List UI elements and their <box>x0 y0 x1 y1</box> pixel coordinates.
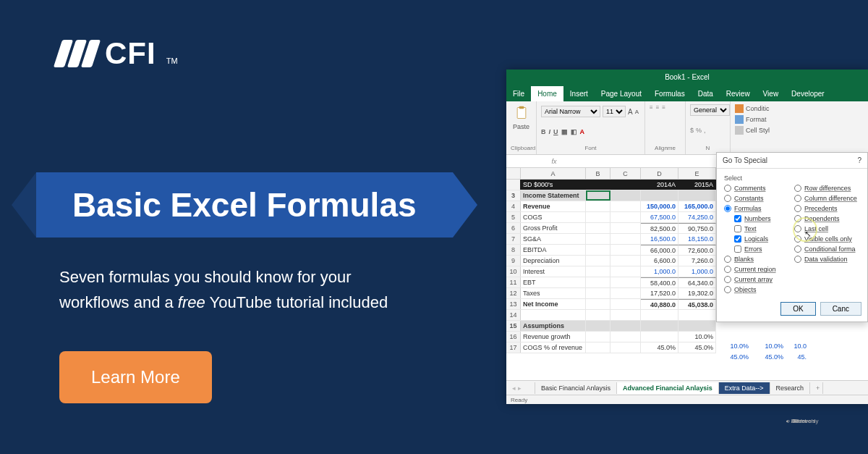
table-row[interactable]: 12Taxes17,520.019,302.0 <box>506 288 716 299</box>
new-sheet-button[interactable]: + <box>810 382 823 394</box>
format-table-button[interactable]: Format <box>735 115 770 124</box>
tab-home[interactable]: Home <box>531 86 563 101</box>
cell[interactable]: Net Income <box>521 299 586 309</box>
cell[interactable]: 74,250.0 <box>678 212 716 222</box>
cell[interactable] <box>610 277 641 287</box>
cell[interactable] <box>610 201 641 211</box>
sheet-tab-research[interactable]: Research <box>770 382 811 394</box>
cell[interactable] <box>586 299 610 309</box>
table-row[interactable]: 9Depreciation6,600.07,260.0 <box>506 256 716 266</box>
tab-insert[interactable]: Insert <box>563 86 595 101</box>
row-header[interactable]: 6 <box>506 223 521 233</box>
cell[interactable]: 45,038.0 <box>678 299 716 309</box>
spreadsheet-grid[interactable]: SD $000's2014A2015A3Income Statement4Rev… <box>506 180 716 353</box>
cell[interactable]: 19,302.0 <box>678 288 716 298</box>
decrease-font-icon[interactable]: A <box>635 109 639 115</box>
tab-developer[interactable]: Developer <box>785 86 831 101</box>
cell[interactable]: 64,340.0 <box>678 277 716 287</box>
cell[interactable]: 58,400.0 <box>641 277 678 287</box>
row-header[interactable]: 17 <box>506 342 521 353</box>
help-icon[interactable]: ? <box>857 156 861 164</box>
cell[interactable] <box>610 234 641 244</box>
sheet-tab-extra[interactable]: Extra Data--> <box>719 382 770 394</box>
table-row[interactable]: SD $000's2014A2015A <box>506 180 716 190</box>
cell[interactable]: Assumptions <box>521 321 586 331</box>
cell[interactable] <box>641 190 678 201</box>
cell[interactable] <box>678 190 716 201</box>
opt-objects[interactable]: Objects <box>724 286 790 293</box>
cell[interactable]: Revenue <box>521 201 586 211</box>
col-d[interactable]: D <box>641 168 678 179</box>
table-row[interactable]: 10Interest1,000.01,000.0 <box>506 266 716 277</box>
cell-g17[interactable]: 45.0% <box>751 353 786 361</box>
cell[interactable] <box>610 342 641 353</box>
cell[interactable] <box>610 190 641 201</box>
cell[interactable]: Depreciation <box>521 256 586 266</box>
cell[interactable] <box>610 212 641 222</box>
cell[interactable] <box>610 310 641 320</box>
cell[interactable] <box>586 180 610 190</box>
cell[interactable] <box>586 288 610 298</box>
border-button[interactable]: ▦ <box>561 128 568 135</box>
cell[interactable] <box>610 288 641 298</box>
tab-page-layout[interactable]: Page Layout <box>595 86 648 101</box>
cell[interactable] <box>586 321 610 331</box>
opt-col-diff[interactable]: Column difference <box>794 195 860 202</box>
row-header[interactable]: 14 <box>506 310 521 320</box>
cell[interactable]: 16,500.0 <box>641 234 678 244</box>
sheet-tab-basic[interactable]: Basic Financial Anlaysis <box>535 382 617 394</box>
row-header[interactable]: 8 <box>506 245 521 255</box>
opt-constants[interactable]: Constants <box>724 195 790 202</box>
cell[interactable] <box>586 201 610 211</box>
row-header[interactable]: 5 <box>506 212 521 222</box>
opt-blanks[interactable]: Blanks <box>724 256 790 263</box>
cell[interactable]: 2015A <box>678 180 716 190</box>
table-row[interactable]: 16Revenue growth10.0% <box>506 332 716 342</box>
sheet-tab-advanced[interactable]: Advanced Financial Anlaysis <box>617 382 719 394</box>
number-format-select[interactable]: General <box>690 104 730 116</box>
opt-cond-format[interactable]: Conditional forma <box>794 245 860 253</box>
cell[interactable] <box>610 321 641 331</box>
cell[interactable]: SG&A <box>521 234 586 244</box>
cell[interactable] <box>610 299 641 309</box>
row-header[interactable]: 4 <box>506 201 521 211</box>
cell[interactable] <box>586 277 610 287</box>
cell[interactable]: 45.0% <box>678 342 716 353</box>
cell[interactable] <box>641 332 678 342</box>
cell[interactable] <box>610 332 641 342</box>
cell[interactable] <box>586 332 610 342</box>
cell[interactable]: EBT <box>521 277 586 287</box>
table-row[interactable]: 3Income Statement <box>506 190 716 201</box>
row-header[interactable]: 10 <box>506 266 521 277</box>
cell-f16[interactable]: 10.0% <box>716 342 751 350</box>
tab-review[interactable]: Review <box>720 86 757 101</box>
percent-icon[interactable]: % <box>696 127 702 134</box>
cell[interactable] <box>586 342 610 353</box>
cell[interactable]: COGS % of revenue <box>521 342 586 353</box>
cell[interactable] <box>586 212 610 222</box>
table-row[interactable]: 6Gross Profit82,500.090,750.0 <box>506 223 716 234</box>
cell[interactable] <box>678 310 716 320</box>
cell[interactable] <box>586 190 610 201</box>
cancel-button[interactable]: Canc <box>820 302 861 316</box>
cell[interactable]: 1,000.0 <box>678 266 716 277</box>
cell[interactable]: EBITDA <box>521 245 586 255</box>
cell[interactable] <box>586 310 610 320</box>
cell[interactable]: 90,750.0 <box>678 223 716 233</box>
opt-formulas[interactable]: Formulas <box>724 205 790 212</box>
italic-button[interactable]: I <box>549 128 551 135</box>
cell-f17[interactable]: 45.0% <box>716 353 751 361</box>
cell[interactable] <box>641 310 678 320</box>
col-b[interactable]: B <box>586 168 610 179</box>
opt-logicals[interactable]: Logicals <box>734 235 790 243</box>
cell[interactable] <box>586 245 610 255</box>
opt-data-validation[interactable]: Data validation <box>794 256 860 263</box>
cell[interactable]: 165,000.0 <box>678 201 716 211</box>
cell[interactable] <box>586 223 610 233</box>
row-header[interactable]: 9 <box>506 256 521 266</box>
select-all-corner[interactable] <box>506 168 521 179</box>
cell[interactable] <box>610 223 641 233</box>
align-top-icon[interactable]: ≡ <box>650 104 653 111</box>
cell[interactable]: 18,150.0 <box>678 234 716 244</box>
ok-button[interactable]: OK <box>780 302 815 316</box>
